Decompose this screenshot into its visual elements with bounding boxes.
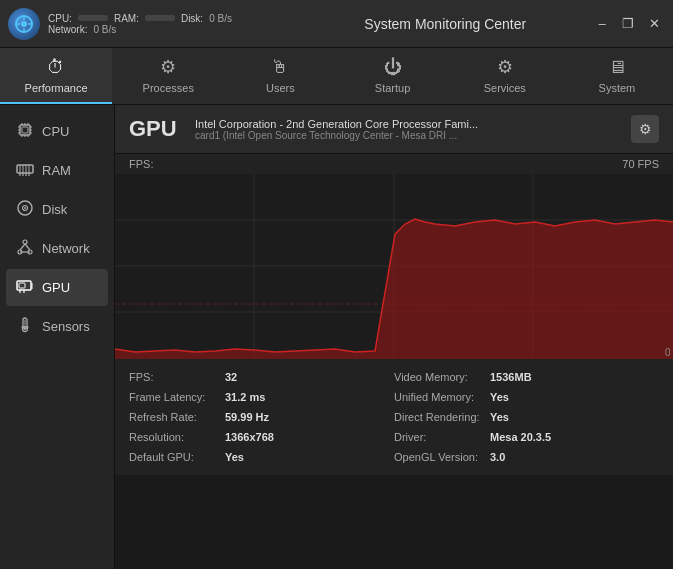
sidebar-disk-label: Disk xyxy=(42,202,67,217)
sidebar-item-ram[interactable]: RAM xyxy=(6,152,108,189)
stat-resolution-name: Resolution: xyxy=(129,431,219,443)
sidebar-gpu-label: GPU xyxy=(42,280,70,295)
stat-default-gpu-name: Default GPU: xyxy=(129,451,219,463)
gpu-graph: 0 xyxy=(115,174,673,359)
svg-point-1 xyxy=(21,21,27,27)
stat-refresh-rate: Refresh Rate: 59.99 Hz xyxy=(129,407,394,427)
stat-unified-memory: Unified Memory: Yes xyxy=(394,387,659,407)
tab-services[interactable]: ⚙ Services xyxy=(449,48,561,104)
network-stat-value: 0 B/s xyxy=(93,24,116,35)
cpu-icon xyxy=(16,121,34,142)
users-tab-icon: 🖱 xyxy=(271,57,289,78)
tab-processes[interactable]: ⚙ Processes xyxy=(112,48,224,104)
sidebar-ram-label: RAM xyxy=(42,163,71,178)
tab-startup[interactable]: ⏻ Startup xyxy=(337,48,449,104)
svg-rect-39 xyxy=(19,283,25,288)
sidebar-item-gpu[interactable]: GPU xyxy=(6,269,108,306)
users-tab-label: Users xyxy=(266,82,295,94)
stat-direct-rendering-name: Direct Rendering: xyxy=(394,411,484,423)
sidebar-item-sensors[interactable]: Sensors xyxy=(6,308,108,345)
fps-label-row: FPS: 70 FPS xyxy=(115,154,673,174)
svg-rect-46 xyxy=(25,320,26,326)
startup-tab-icon: ⏻ xyxy=(384,57,402,78)
gpu-info: Intel Corporation - 2nd Generation Core … xyxy=(195,118,631,141)
title-bar: CPU: RAM: Disk: 0 B/s Network: 0 B/s Sys… xyxy=(0,0,673,48)
sidebar-network-label: Network xyxy=(42,241,90,256)
performance-tab-label: Performance xyxy=(25,82,88,94)
svg-point-48 xyxy=(24,328,26,330)
close-button[interactable]: ✕ xyxy=(643,13,665,35)
stat-video-memory-name: Video Memory: xyxy=(394,371,484,383)
window-controls: – ❐ ✕ xyxy=(591,13,665,35)
gpu-icon xyxy=(16,277,34,298)
svg-line-35 xyxy=(20,244,25,250)
maximize-button[interactable]: ❐ xyxy=(617,13,639,35)
services-tab-icon: ⚙ xyxy=(497,56,513,78)
system-tab-icon: 🖥 xyxy=(608,57,626,78)
tab-performance[interactable]: ⏱ Performance xyxy=(0,48,112,104)
services-tab-label: Services xyxy=(484,82,526,94)
stat-driver-name: Driver: xyxy=(394,431,484,443)
gpu-device-name: Intel Corporation - 2nd Generation Core … xyxy=(195,118,631,130)
stat-resolution-value: 1366x768 xyxy=(225,431,274,443)
sidebar-item-disk[interactable]: Disk xyxy=(6,191,108,228)
stat-frame-latency-value: 31.2 ms xyxy=(225,391,265,403)
stat-resolution: Resolution: 1366x768 xyxy=(129,427,394,447)
sidebar: CPU RAM xyxy=(0,105,115,569)
tab-system[interactable]: 🖥 System xyxy=(561,48,673,104)
network-stat-label: Network: xyxy=(48,24,87,35)
main-content: CPU RAM xyxy=(0,105,673,569)
cpu-stats: CPU: RAM: Disk: 0 B/s Network: 0 B/s xyxy=(48,13,232,35)
svg-rect-20 xyxy=(17,165,33,173)
disk-stat-value: 0 B/s xyxy=(209,13,232,24)
stat-frame-latency-name: Frame Latency: xyxy=(129,391,219,403)
stat-refresh-rate-name: Refresh Rate: xyxy=(129,411,219,423)
app-title: System Monitoring Center xyxy=(300,16,592,32)
fps-current-value: 70 FPS xyxy=(622,158,659,170)
disk-stat-label: Disk: xyxy=(181,13,203,24)
sidebar-cpu-label: CPU xyxy=(42,124,69,139)
stat-video-memory: Video Memory: 1536MB xyxy=(394,367,659,387)
stat-direct-rendering-value: Yes xyxy=(490,411,509,423)
stat-frame-latency: Frame Latency: 31.2 ms xyxy=(129,387,394,407)
system-tab-label: System xyxy=(599,82,636,94)
stat-fps-value: 32 xyxy=(225,371,237,383)
app-icon xyxy=(8,8,40,40)
stat-driver-value: Mesa 20.3.5 xyxy=(490,431,551,443)
sidebar-sensors-label: Sensors xyxy=(42,319,90,334)
startup-tab-label: Startup xyxy=(375,82,410,94)
gpu-panel: GPU Intel Corporation - 2nd Generation C… xyxy=(115,105,673,569)
stat-refresh-rate-value: 59.99 Hz xyxy=(225,411,269,423)
stat-fps-name: FPS: xyxy=(129,371,219,383)
ram-stat-label: RAM: xyxy=(114,13,139,24)
gpu-settings-button[interactable]: ⚙ xyxy=(631,115,659,143)
processes-tab-icon: ⚙ xyxy=(160,56,176,78)
stat-driver: Driver: Mesa 20.3.5 xyxy=(394,427,659,447)
sidebar-item-cpu[interactable]: CPU xyxy=(6,113,108,150)
stat-fps: FPS: 32 xyxy=(129,367,394,387)
stat-opengl-version: OpenGL Version: 3.0 xyxy=(394,447,659,467)
disk-icon xyxy=(16,199,34,220)
processes-tab-label: Processes xyxy=(143,82,194,94)
stat-default-gpu-value: Yes xyxy=(225,451,244,463)
nav-tabs: ⏱ Performance ⚙ Processes 🖱 Users ⏻ Star… xyxy=(0,48,673,105)
title-bar-left: CPU: RAM: Disk: 0 B/s Network: 0 B/s xyxy=(8,8,300,40)
gpu-header: GPU Intel Corporation - 2nd Generation C… xyxy=(115,105,673,154)
gpu-device-card: card1 (Intel Open Source Technology Cent… xyxy=(195,130,631,141)
minimize-button[interactable]: – xyxy=(591,13,613,35)
stats-grid: FPS: 32 Video Memory: 1536MB Frame Laten… xyxy=(115,359,673,475)
fps-label: FPS: xyxy=(129,158,153,170)
performance-tab-icon: ⏱ xyxy=(47,57,65,78)
stat-unified-memory-value: Yes xyxy=(490,391,509,403)
svg-point-32 xyxy=(23,240,27,244)
network-icon xyxy=(16,238,34,259)
stat-opengl-version-value: 3.0 xyxy=(490,451,505,463)
gpu-panel-title: GPU xyxy=(129,116,179,142)
stat-video-memory-value: 1536MB xyxy=(490,371,532,383)
cpu-stat-label: CPU: xyxy=(48,13,72,24)
svg-point-31 xyxy=(24,207,26,209)
sidebar-item-network[interactable]: Network xyxy=(6,230,108,267)
stat-default-gpu: Default GPU: Yes xyxy=(129,447,394,467)
ram-icon xyxy=(16,160,34,181)
tab-users[interactable]: 🖱 Users xyxy=(224,48,336,104)
